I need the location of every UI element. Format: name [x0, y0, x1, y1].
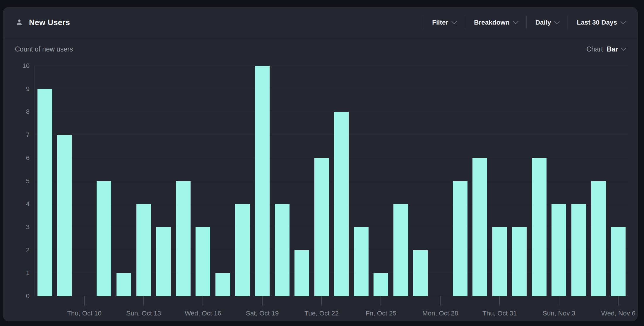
y-axis-tick-label: 4	[26, 200, 30, 208]
bar-slot	[391, 66, 411, 296]
x-axis-tick	[440, 296, 441, 306]
bar-29[interactable]	[611, 227, 626, 296]
bar-slot	[430, 66, 450, 296]
bar-slot	[331, 66, 351, 296]
x-axis-tick-label: Sun, Oct 13	[126, 310, 161, 317]
bar-13[interactable]	[294, 250, 309, 296]
x-axis-tick	[618, 296, 619, 306]
x-axis-tick	[203, 296, 203, 306]
bar-0[interactable]	[37, 89, 52, 296]
x-axis-tick-label: Fri, Oct 25	[366, 310, 396, 317]
filter-dropdown[interactable]: Filter	[423, 19, 465, 26]
chart-type-label: Chart	[586, 45, 603, 53]
bar-18[interactable]	[393, 204, 408, 296]
bar-10[interactable]	[235, 204, 250, 296]
chevron-down-icon	[620, 19, 626, 24]
bar-28[interactable]	[591, 181, 606, 296]
bar-slot	[193, 66, 213, 296]
y-axis-tick-label: 2	[26, 246, 30, 254]
bar-15[interactable]	[334, 112, 349, 296]
bar-16[interactable]	[354, 227, 369, 296]
x-axis-tick	[559, 296, 559, 306]
bar-slot	[312, 66, 332, 296]
bar-slot	[153, 66, 173, 296]
x-axis-tick-label: Thu, Oct 10	[67, 310, 102, 317]
bar-3[interactable]	[97, 181, 111, 296]
bar-1[interactable]	[57, 135, 72, 296]
filter-dropdown-label: Filter	[432, 19, 448, 26]
bar-slot	[134, 66, 154, 296]
bar-slot	[55, 66, 75, 296]
bar-11[interactable]	[255, 66, 270, 296]
bar-8[interactable]	[196, 227, 210, 296]
x-axis-tick-label: Thu, Oct 31	[482, 310, 517, 317]
bar-9[interactable]	[215, 273, 230, 296]
x-axis-tick-label: Tue, Oct 22	[304, 310, 339, 317]
x-axis-tick	[84, 296, 85, 306]
chevron-down-icon	[554, 19, 560, 24]
card-header: New Users FilterBreakdownDailyLast 30 Da…	[3, 7, 637, 38]
y-axis-tick-label: 1	[26, 269, 30, 277]
bar-22[interactable]	[472, 158, 487, 296]
user-icon	[15, 18, 24, 27]
bar-19[interactable]	[413, 250, 428, 296]
date-range-dropdown-label: Last 30 Days	[577, 19, 617, 26]
y-axis-tick-label: 3	[26, 223, 30, 231]
page-title: New Users	[29, 18, 70, 27]
bars-layer	[35, 66, 628, 296]
date-range-dropdown[interactable]: Last 30 Days	[568, 19, 627, 26]
bar-slot	[292, 66, 312, 296]
y-axis-tick-label: 9	[26, 85, 30, 93]
breakdown-dropdown[interactable]: Breakdown	[465, 19, 526, 26]
metric-label: Count of new users	[15, 45, 73, 53]
y-axis-tick-label: 0	[26, 292, 30, 300]
y-axis-tick-label: 8	[26, 108, 30, 116]
x-axis-tick-label: Sat, Oct 19	[246, 310, 279, 317]
bar-slot	[490, 66, 510, 296]
bar-23[interactable]	[492, 227, 507, 296]
bar-slot	[233, 66, 253, 296]
y-axis-tick-label: 7	[26, 131, 30, 139]
granularity-dropdown[interactable]: Daily	[527, 19, 568, 26]
bar-slot	[252, 66, 272, 296]
bar-slot	[173, 66, 193, 296]
bar-25[interactable]	[532, 158, 547, 296]
bar-chart: 012345678910Thu, Oct 10Sun, Oct 13Wed, O…	[35, 66, 628, 296]
chevron-down-icon	[513, 19, 518, 24]
bar-12[interactable]	[275, 204, 290, 296]
bar-slot	[114, 66, 134, 296]
bar-slot	[411, 66, 431, 296]
breakdown-dropdown-label: Breakdown	[474, 19, 509, 26]
x-axis-tick-label: Wed, Oct 16	[185, 310, 221, 317]
title-wrap: New Users	[15, 18, 70, 27]
bar-4[interactable]	[117, 273, 131, 296]
y-axis-tick-label: 10	[23, 62, 30, 70]
new-users-card: New Users FilterBreakdownDailyLast 30 Da…	[3, 7, 638, 321]
bar-slot	[608, 66, 628, 296]
bar-slot	[35, 66, 55, 296]
bar-17[interactable]	[374, 273, 388, 296]
bar-slot	[529, 66, 549, 296]
bar-21[interactable]	[453, 181, 467, 296]
bar-6[interactable]	[156, 227, 171, 296]
bar-slot	[351, 66, 371, 296]
y-axis-tick-label: 6	[26, 154, 30, 162]
bar-27[interactable]	[571, 204, 586, 296]
bar-5[interactable]	[136, 204, 151, 296]
bar-14[interactable]	[314, 158, 329, 296]
bar-slot	[589, 66, 609, 296]
chart-controls: FilterBreakdownDailyLast 30 Days	[423, 16, 627, 29]
bar-slot	[549, 66, 569, 296]
bar-24[interactable]	[512, 227, 527, 296]
bar-7[interactable]	[176, 181, 191, 296]
bar-26[interactable]	[551, 204, 566, 296]
chevron-down-icon	[452, 19, 457, 24]
chart-type-select[interactable]: Chart Bar	[586, 45, 626, 53]
chevron-down-icon	[621, 45, 626, 51]
y-axis-tick-label: 5	[26, 177, 30, 185]
bar-slot	[470, 66, 490, 296]
x-axis-tick	[143, 296, 144, 306]
x-axis-tick-label: Wed, Nov 6	[601, 310, 636, 317]
bar-slot	[272, 66, 292, 296]
granularity-dropdown-label: Daily	[535, 19, 551, 26]
